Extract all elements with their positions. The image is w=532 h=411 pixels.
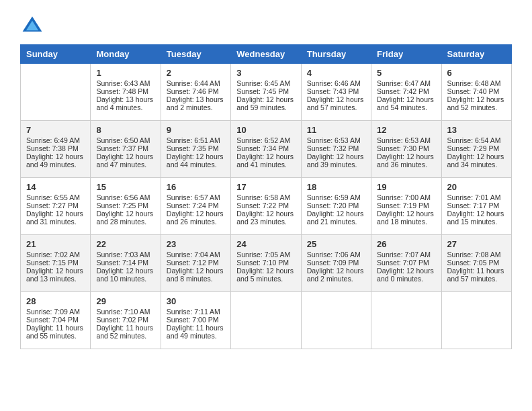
day-number: 10 — [236, 125, 295, 135]
daylight-hours: Daylight: 12 hours and 54 minutes. — [377, 95, 435, 111]
daylight-hours: Daylight: 12 hours and 34 minutes. — [447, 152, 506, 169]
day-number: 14 — [26, 182, 85, 192]
day-number: 19 — [377, 182, 435, 192]
sunrise: Sunrise: 7:02 AM — [26, 250, 85, 259]
sunrise: Sunrise: 7:07 AM — [377, 250, 435, 259]
daylight-hours: Daylight: 12 hours and 13 minutes. — [26, 267, 85, 283]
sunset: Sunset: 7:12 PM — [167, 259, 225, 267]
sunset: Sunset: 7:29 PM — [447, 144, 506, 152]
header-sunday: Sunday — [21, 45, 91, 64]
sunset: Sunset: 7:46 PM — [167, 87, 225, 95]
sunrise: Sunrise: 7:00 AM — [377, 193, 435, 201]
sunrise: Sunrise: 7:04 AM — [167, 250, 225, 259]
day-number: 16 — [167, 182, 225, 192]
day-number: 6 — [447, 68, 506, 78]
calendar-cell: 21Sunrise: 7:02 AMSunset: 7:15 PMDayligh… — [21, 235, 91, 292]
sunset: Sunset: 7:14 PM — [96, 259, 154, 267]
calendar-cell: 30Sunrise: 7:11 AMSunset: 7:00 PMDayligh… — [161, 292, 230, 349]
sunset: Sunset: 7:30 PM — [377, 144, 435, 152]
calendar-cell: 17Sunrise: 6:58 AMSunset: 7:22 PMDayligh… — [231, 178, 301, 235]
calendar-cell: 26Sunrise: 7:07 AMSunset: 7:07 PMDayligh… — [371, 235, 441, 292]
header-friday: Friday — [371, 45, 441, 64]
sunset: Sunset: 7:34 PM — [236, 144, 295, 152]
day-number: 28 — [26, 296, 85, 306]
day-number: 7 — [26, 125, 85, 135]
calendar-cell — [371, 292, 441, 349]
day-number: 1 — [96, 68, 154, 78]
day-number: 17 — [236, 182, 295, 192]
sunset: Sunset: 7:43 PM — [307, 87, 365, 95]
sunset: Sunset: 7:09 PM — [307, 259, 365, 267]
calendar-cell: 15Sunrise: 6:56 AMSunset: 7:25 PMDayligh… — [91, 178, 161, 235]
calendar-cell: 7Sunrise: 6:49 AMSunset: 7:38 PMDaylight… — [21, 121, 91, 178]
day-number: 22 — [96, 239, 154, 249]
sunrise: Sunrise: 6:50 AM — [96, 136, 154, 144]
sunrise: Sunrise: 6:51 AM — [167, 136, 225, 144]
calendar-cell: 28Sunrise: 7:09 AMSunset: 7:04 PMDayligh… — [21, 292, 91, 349]
week-row-1: 1Sunrise: 6:43 AMSunset: 7:48 PMDaylight… — [21, 64, 512, 121]
sunrise: Sunrise: 7:03 AM — [96, 250, 154, 259]
day-number: 3 — [236, 68, 295, 78]
day-number: 15 — [96, 182, 154, 192]
week-row-4: 21Sunrise: 7:02 AMSunset: 7:15 PMDayligh… — [21, 235, 512, 292]
sunset: Sunset: 7:45 PM — [236, 87, 295, 95]
sunrise: Sunrise: 7:11 AM — [167, 308, 225, 316]
calendar-cell — [21, 64, 91, 121]
header-row: SundayMondayTuesdayWednesdayThursdayFrid… — [21, 45, 512, 64]
sunset: Sunset: 7:38 PM — [26, 144, 85, 152]
sunset: Sunset: 7:00 PM — [167, 316, 225, 324]
daylight-hours: Daylight: 12 hours and 49 minutes. — [26, 152, 85, 169]
daylight-hours: Daylight: 12 hours and 18 minutes. — [377, 210, 435, 226]
sunrise: Sunrise: 7:10 AM — [96, 308, 154, 316]
day-number: 12 — [377, 125, 435, 135]
sunrise: Sunrise: 6:48 AM — [447, 79, 506, 87]
sunset: Sunset: 7:20 PM — [307, 201, 365, 210]
daylight-hours: Daylight: 11 hours and 57 minutes. — [447, 267, 506, 283]
logo-icon — [20, 13, 44, 38]
sunrise: Sunrise: 6:59 AM — [307, 193, 365, 201]
sunrise: Sunrise: 6:43 AM — [96, 79, 154, 87]
week-row-3: 14Sunrise: 6:55 AMSunset: 7:27 PMDayligh… — [21, 178, 512, 235]
daylight-hours: Daylight: 13 hours and 2 minutes. — [167, 95, 225, 111]
sunset: Sunset: 7:17 PM — [447, 201, 506, 210]
header-tuesday: Tuesday — [161, 45, 230, 64]
calendar-cell: 16Sunrise: 6:57 AMSunset: 7:24 PMDayligh… — [161, 178, 230, 235]
calendar-cell: 14Sunrise: 6:55 AMSunset: 7:27 PMDayligh… — [21, 178, 91, 235]
sunset: Sunset: 7:35 PM — [167, 144, 225, 152]
sunset: Sunset: 7:22 PM — [236, 201, 295, 210]
day-number: 30 — [167, 296, 225, 306]
calendar-cell: 8Sunrise: 6:50 AMSunset: 7:37 PMDaylight… — [91, 121, 161, 178]
calendar-cell: 22Sunrise: 7:03 AMSunset: 7:14 PMDayligh… — [91, 235, 161, 292]
sunrise: Sunrise: 6:53 AM — [307, 136, 365, 144]
sunrise: Sunrise: 6:49 AM — [26, 136, 85, 144]
day-number: 11 — [307, 125, 365, 135]
sunrise: Sunrise: 6:46 AM — [307, 79, 365, 87]
daylight-hours: Daylight: 11 hours and 49 minutes. — [167, 324, 225, 340]
header-thursday: Thursday — [301, 45, 371, 64]
daylight-hours: Daylight: 12 hours and 21 minutes. — [307, 210, 365, 226]
daylight-hours: Daylight: 12 hours and 23 minutes. — [236, 210, 295, 226]
calendar-table: SundayMondayTuesdayWednesdayThursdayFrid… — [20, 44, 512, 349]
day-number: 13 — [447, 125, 506, 135]
calendar-cell — [231, 292, 301, 349]
sunrise: Sunrise: 7:05 AM — [236, 250, 295, 259]
daylight-hours: Daylight: 12 hours and 59 minutes. — [236, 95, 295, 111]
calendar-cell: 19Sunrise: 7:00 AMSunset: 7:19 PMDayligh… — [371, 178, 441, 235]
sunset: Sunset: 7:40 PM — [447, 87, 506, 95]
header-monday: Monday — [91, 45, 161, 64]
sunset: Sunset: 7:48 PM — [96, 87, 154, 95]
daylight-hours: Daylight: 12 hours and 44 minutes. — [167, 152, 225, 169]
daylight-hours: Daylight: 12 hours and 15 minutes. — [447, 210, 506, 226]
sunset: Sunset: 7:32 PM — [307, 144, 365, 152]
sunset: Sunset: 7:02 PM — [96, 316, 154, 324]
sunrise: Sunrise: 7:01 AM — [447, 193, 506, 201]
daylight-hours: Daylight: 12 hours and 39 minutes. — [307, 152, 365, 169]
day-number: 20 — [447, 182, 506, 192]
calendar-cell: 1Sunrise: 6:43 AMSunset: 7:48 PMDaylight… — [91, 64, 161, 121]
calendar-cell: 27Sunrise: 7:08 AMSunset: 7:05 PMDayligh… — [441, 235, 511, 292]
sunset: Sunset: 7:04 PM — [26, 316, 85, 324]
day-number: 18 — [307, 182, 365, 192]
day-number: 5 — [377, 68, 435, 78]
day-number: 9 — [167, 125, 225, 135]
sunrise: Sunrise: 6:52 AM — [236, 136, 295, 144]
